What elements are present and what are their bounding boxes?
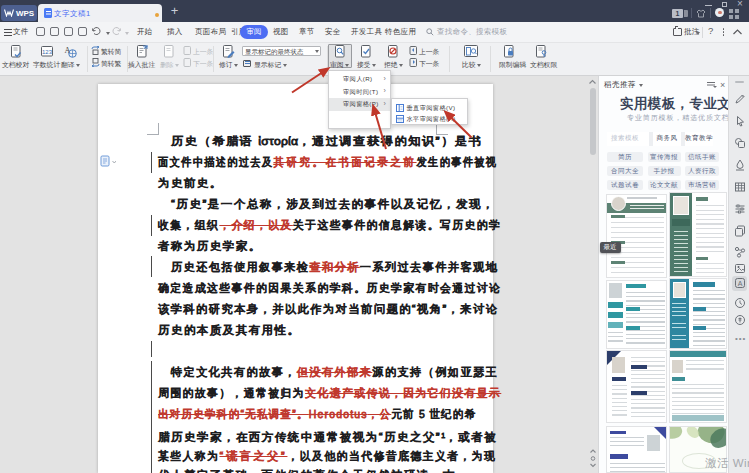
- svg-text:123: 123: [42, 49, 53, 55]
- svg-text:A: A: [737, 280, 742, 287]
